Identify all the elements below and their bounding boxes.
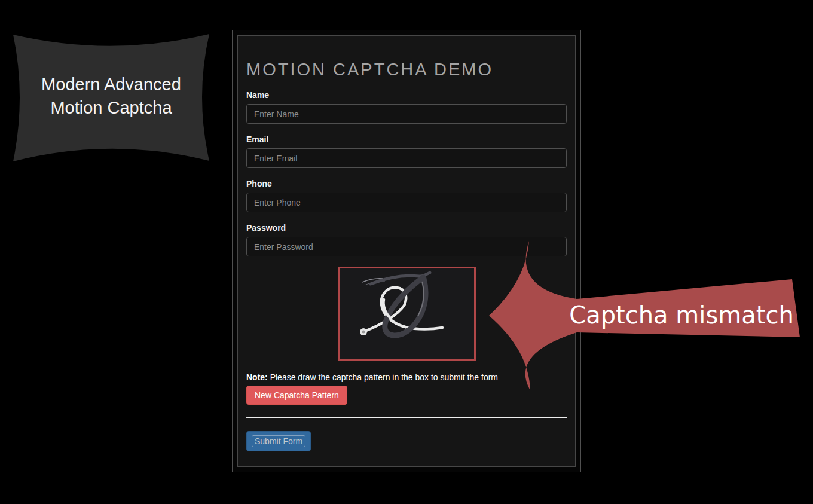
banner-line-1: Modern Advanced [11,73,212,96]
note-text: Note: Please draw the captcha pattern in… [246,372,567,383]
new-captcha-button[interactable]: New Capatcha Pattern [246,386,347,405]
name-label: Name [246,90,567,102]
email-label: Email [246,135,567,146]
phone-input[interactable] [246,193,567,212]
email-input[interactable] [246,148,567,168]
note-prefix: Note: [246,372,268,382]
submit-button-label: Submit Form [252,435,305,447]
phone-label: Phone [246,179,567,191]
password-field-group: Password [246,223,567,256]
note-body: Please draw the captcha pattern in the b… [268,372,498,382]
captcha-canvas[interactable] [338,267,476,361]
captcha-mismatch-label: Captcha mismatch [568,301,795,329]
name-field-group: Name [246,90,567,124]
form-panel-outer: MOTION CAPTCHA DEMO Name Email Phone Pas… [232,30,581,472]
divider [246,417,567,418]
banner-text: Modern Advanced Motion Captcha [11,73,212,120]
form-panel: MOTION CAPTCHA DEMO Name Email Phone Pas… [237,35,576,467]
banner-badge: Modern Advanced Motion Captcha [11,30,212,164]
email-field-group: Email [246,135,567,168]
password-label: Password [246,223,567,235]
name-input[interactable] [246,104,567,124]
phone-field-group: Phone [246,179,567,212]
page-title: MOTION CAPTCHA DEMO [246,60,567,80]
submit-button[interactable]: Submit Form [246,431,311,451]
captcha-pattern-drawing [340,268,474,359]
banner-line-2: Motion Captcha [11,96,212,120]
password-input[interactable] [246,237,567,256]
